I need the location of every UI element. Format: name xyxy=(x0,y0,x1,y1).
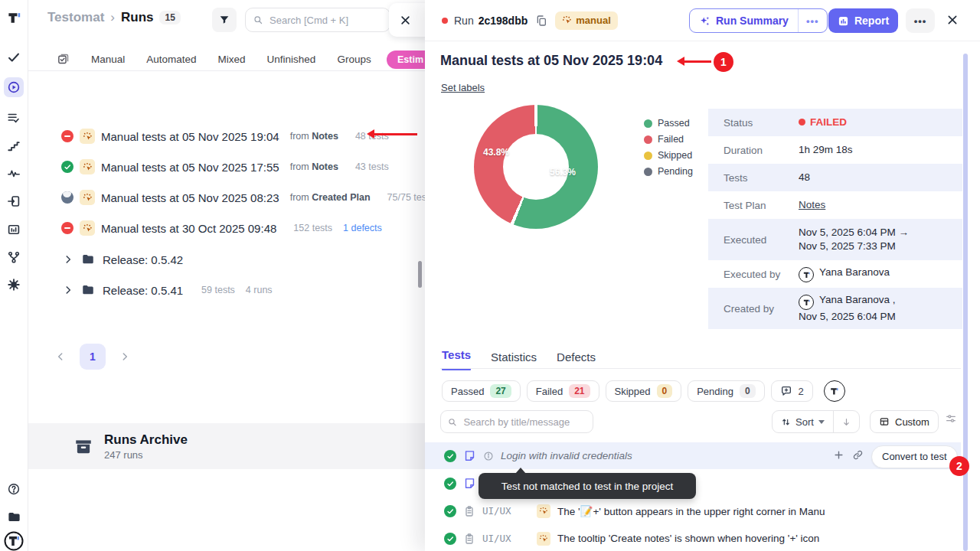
chip-skipped[interactable]: Skipped0 xyxy=(606,380,682,402)
steps-nav-icon[interactable] xyxy=(4,136,24,156)
link-icon[interactable] xyxy=(852,449,864,461)
legend-item-pending: Pending xyxy=(644,166,693,177)
legend-item-passed: Passed xyxy=(644,118,693,129)
page-number[interactable]: 1 xyxy=(80,344,106,370)
tab-manual[interactable]: Manual xyxy=(91,54,125,65)
runs-search[interactable] xyxy=(245,8,390,32)
chip-failed[interactable]: Failed21 xyxy=(527,380,599,402)
report-nav-icon[interactable] xyxy=(4,220,24,240)
runs-nav-icon[interactable] xyxy=(4,77,24,97)
passed-slice-label: 56.3% xyxy=(550,167,576,178)
note-icon xyxy=(463,477,476,490)
archive-count: 247 runs xyxy=(104,449,188,461)
run-defects-link[interactable]: 1 defects xyxy=(343,223,382,233)
run-row[interactable]: Manual tests at 30 Oct 2025 09:48 152 te… xyxy=(28,213,425,243)
test-plan-link[interactable]: Notes xyxy=(799,199,825,210)
failed-status-icon xyxy=(61,130,74,142)
run-row[interactable]: Manual tests at 05 Nov 2025 19:04 from N… xyxy=(28,121,425,152)
tab-groups[interactable]: Groups xyxy=(337,54,371,65)
annotation-arrow-1 xyxy=(374,133,417,135)
run-summary-split-button[interactable]: Run Summary ••• xyxy=(689,8,828,33)
run-title[interactable]: Manual tests at 05 Nov 2025 08:23 xyxy=(101,191,279,204)
close-icon[interactable] xyxy=(400,15,411,26)
test-row[interactable]: Login with invalid credentials Convert t… xyxy=(425,442,961,469)
next-page-icon[interactable] xyxy=(119,351,130,362)
info-row-test-plan: Test Plan Notes xyxy=(708,191,962,219)
run-title[interactable]: Manual tests at 05 Nov 2025 17:55 xyxy=(101,161,279,174)
report-button[interactable]: Report xyxy=(828,8,898,33)
test-title[interactable]: The '📝+' button appears in the upper rig… xyxy=(557,505,825,517)
release-folder-row[interactable]: Release: 0.5.41 59 tests 4 runs xyxy=(28,275,425,305)
close-icon[interactable] xyxy=(946,14,959,26)
chip-passed[interactable]: Passed27 xyxy=(442,380,521,402)
user-avatar xyxy=(799,295,814,310)
chip-pending[interactable]: Pending0 xyxy=(688,380,764,402)
run-title[interactable]: Manual tests at 05 Nov 2025 19:04 xyxy=(101,130,279,143)
pulse-nav-icon[interactable] xyxy=(4,164,24,184)
tests-search-input[interactable] xyxy=(462,416,586,429)
manual-test-icon xyxy=(537,532,550,546)
tab-automated[interactable]: Automated xyxy=(146,54,196,65)
estimate-badge[interactable]: Estim xyxy=(387,51,425,69)
sort-button[interactable]: Sort xyxy=(773,411,833,432)
chart-legend: Passed Failed Skipped Pending xyxy=(644,118,693,177)
release-folder-row[interactable]: Release: 0.5.42 xyxy=(28,244,425,275)
profile-avatar[interactable] xyxy=(4,531,24,551)
list-check-nav-icon[interactable] xyxy=(4,108,24,128)
tab-unfinished[interactable]: Unfinished xyxy=(267,54,316,65)
run-title[interactable]: Manual tests at 30 Oct 2025 09:48 xyxy=(101,222,276,235)
close-panel-button[interactable] xyxy=(946,14,959,26)
projects-folder-icon[interactable] xyxy=(4,507,24,527)
set-labels-link[interactable]: Set labels xyxy=(441,82,485,93)
chip-comments[interactable]: 2 xyxy=(771,380,813,402)
test-tag: UI/UX xyxy=(482,533,530,544)
breadcrumb: Testomat › Runs 15 xyxy=(47,10,181,25)
close-search-card[interactable] xyxy=(389,3,425,37)
runs-archive[interactable]: Runs Archive 247 runs xyxy=(28,423,425,469)
tab-tests[interactable]: Tests xyxy=(442,348,471,370)
run-from: from Notes xyxy=(290,131,338,142)
branch-nav-icon[interactable] xyxy=(4,247,24,267)
sort-direction-button[interactable] xyxy=(833,411,859,432)
info-row-executed: Executed Nov 5, 2025 6:04 PM →Nov 5, 202… xyxy=(708,219,962,260)
tests-count-value: 48 xyxy=(799,171,810,184)
help-icon[interactable] xyxy=(4,479,24,499)
runs-search-input[interactable] xyxy=(268,14,382,27)
run-row[interactable]: Manual tests at 05 Nov 2025 08:23 from C… xyxy=(28,182,425,213)
plus-icon[interactable] xyxy=(833,449,844,461)
run-summary-more-icon[interactable]: ••• xyxy=(798,9,827,32)
tab-mixed[interactable]: Mixed xyxy=(218,54,246,65)
breadcrumb-app[interactable]: Testomat xyxy=(47,10,104,25)
test-title[interactable]: Login with invalid credentials xyxy=(501,450,632,461)
assignee-avatar[interactable] xyxy=(824,380,845,402)
comment-count: 2 xyxy=(799,386,804,397)
run-id: 2c198dbb xyxy=(479,15,528,27)
manual-test-icon xyxy=(537,504,550,518)
test-row[interactable]: UI/UX The tooltip 'Create notes' is show… xyxy=(425,525,961,551)
prev-page-icon[interactable] xyxy=(55,351,66,362)
testomat-logo-icon[interactable] xyxy=(4,8,24,28)
chevron-right-icon[interactable] xyxy=(63,285,74,295)
right-scrollbar-thumb[interactable] xyxy=(963,54,968,551)
run-row[interactable]: Manual tests at 05 Nov 2025 17:55 from N… xyxy=(28,152,425,182)
column-settings-icon[interactable] xyxy=(945,412,957,425)
copy-icon[interactable] xyxy=(535,15,547,27)
pagination: 1 xyxy=(55,344,130,370)
check-nav-icon[interactable] xyxy=(4,47,24,67)
custom-columns-button[interactable]: Custom xyxy=(870,410,939,433)
folder-title[interactable]: Release: 0.5.42 xyxy=(103,253,183,266)
test-row[interactable]: UI/UX The '📝+' button appears in the upp… xyxy=(425,497,961,524)
settings-nav-icon[interactable] xyxy=(4,275,24,295)
sign-in-nav-icon[interactable] xyxy=(4,191,24,211)
folder-title[interactable]: Release: 0.5.41 xyxy=(103,284,183,297)
more-actions-button[interactable]: ••• xyxy=(906,8,935,33)
convert-to-test-button[interactable]: Convert to test xyxy=(871,445,958,468)
app-window: Testomat › Runs 15 Manual Automated Mixe… xyxy=(0,0,980,551)
left-scrollbar-thumb[interactable] xyxy=(418,261,422,288)
chevron-right-icon[interactable] xyxy=(63,254,74,265)
sort-split-button[interactable]: Sort xyxy=(772,410,860,433)
tests-search[interactable] xyxy=(440,410,593,433)
select-all-icon[interactable] xyxy=(57,53,70,66)
filter-button[interactable] xyxy=(212,8,237,32)
test-title[interactable]: The tooltip 'Create notes' is shown when… xyxy=(557,533,819,544)
